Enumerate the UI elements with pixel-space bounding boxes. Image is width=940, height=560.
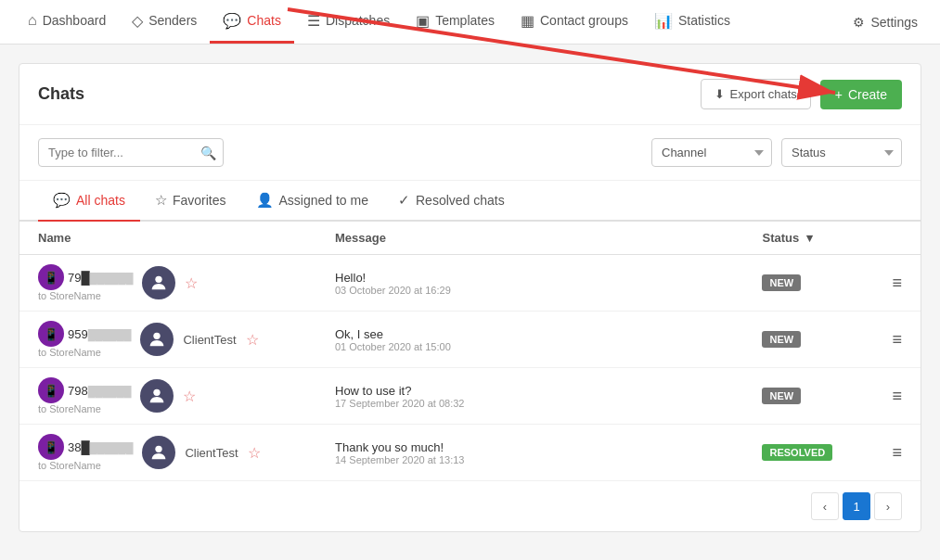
phone-number: 38███████ (68, 440, 133, 454)
nav-dispatches-label: Dispatches (326, 13, 390, 28)
top-navigation: ⌂ Dashboard ◇ Senders 💬 Chats ☰ Dispatch… (0, 0, 940, 45)
nav-templates[interactable]: ▣ Templates (403, 0, 508, 44)
row-menu-icon[interactable]: ≡ (892, 443, 902, 462)
name-cell: 📱 38███████ to StoreName ClientTest ☆ (19, 425, 316, 481)
message-date: 17 September 2020 at 08:32 (335, 398, 725, 409)
favorite-star-icon[interactable]: ☆ (183, 388, 196, 405)
nav-settings[interactable]: ⚙ Settings (845, 15, 925, 30)
message-date: 03 October 2020 at 16:29 (335, 285, 725, 296)
nav-dashboard[interactable]: ⌂ Dashboard (15, 0, 119, 44)
tab-resolved-chats[interactable]: ✓ Resolved chats (383, 181, 520, 222)
export-button[interactable]: ⬇ Export chats (701, 79, 811, 109)
plus-icon: + (835, 87, 843, 102)
avatar (142, 436, 175, 469)
col-header-status: Status ▾ (743, 222, 873, 255)
chats-table: Name Message Status ▾ 📱 (19, 222, 921, 480)
phone-icon: 📱 (38, 264, 64, 290)
tab-all-chats[interactable]: 💬 All chats (38, 181, 140, 222)
message-cell: Thank you so much! 14 September 2020 at … (316, 425, 743, 481)
table-row: 📱 38███████ to StoreName ClientTest ☆ Th… (19, 425, 921, 481)
row-menu-icon[interactable]: ≡ (892, 274, 902, 292)
client-name: ClientTest (185, 446, 238, 460)
status-badge: RESOLVED (762, 444, 832, 461)
tab-favorites-label: Favorites (173, 193, 226, 208)
sort-icon[interactable]: ▾ (806, 231, 813, 245)
svg-point-1 (156, 276, 162, 283)
tab-all-chats-label: All chats (76, 193, 125, 208)
status-badge: NEW (762, 388, 801, 404)
pagination-row: ‹ 1 › (19, 480, 921, 531)
nav-chats[interactable]: 💬 Chats (210, 0, 294, 44)
nav-statistics[interactable]: 📊 Statistics (641, 0, 743, 44)
table-row: 📱 959██████ to StoreName ClientTest ☆ Ok… (19, 312, 921, 368)
col-header-name: Name (19, 222, 316, 255)
action-cell: ≡ (873, 425, 921, 481)
phone-icon: 📱 (38, 321, 64, 347)
next-page-button[interactable]: › (874, 492, 902, 520)
phone-number: 798██████ (68, 384, 131, 398)
status-badge: NEW (762, 274, 801, 291)
create-label: Create (848, 87, 887, 102)
store-label: to StoreName (38, 290, 133, 301)
favorite-star-icon[interactable]: ☆ (185, 274, 198, 292)
templates-icon: ▣ (416, 12, 430, 30)
favorites-icon: ☆ (155, 192, 167, 209)
phone-number: 959██████ (68, 327, 131, 341)
favorite-star-icon[interactable]: ☆ (248, 444, 261, 462)
filter-row: 🔍 Channel Status (19, 125, 921, 181)
chats-panel: Chats ⬇ Export chats + Create 🔍 Chan (19, 63, 921, 532)
nav-statistics-label: Statistics (678, 13, 730, 28)
action-cell: ≡ (873, 255, 921, 312)
filter-dropdowns: Channel Status (651, 138, 902, 167)
nav-dispatches[interactable]: ☰ Dispatches (294, 0, 403, 44)
main-content: Chats ⬇ Export chats + Create 🔍 Chan (0, 45, 940, 551)
export-label: Export chats (730, 87, 797, 101)
nav-templates-label: Templates (435, 13, 495, 28)
store-label: to StoreName (38, 460, 133, 471)
channel-dropdown[interactable]: Channel (651, 138, 772, 167)
name-cell: 📱 959██████ to StoreName ClientTest ☆ (19, 312, 316, 368)
message-date: 01 October 2020 at 15:00 (335, 341, 725, 352)
chats-icon: 💬 (223, 12, 241, 30)
svg-point-4 (156, 446, 162, 452)
message-cell: How to use it? 17 September 2020 at 08:3… (316, 368, 743, 425)
status-dropdown[interactable]: Status (781, 138, 902, 167)
table-row: 📱 79███████ to StoreName ☆ Hello! 03 Oct… (19, 255, 921, 312)
row-menu-icon[interactable]: ≡ (892, 330, 902, 349)
phone-icon: 📱 (38, 377, 64, 403)
panel-actions: ⬇ Export chats + Create (701, 79, 902, 109)
action-cell: ≡ (873, 312, 921, 368)
search-icon: 🔍 (200, 146, 216, 160)
contact-groups-icon: ▦ (521, 12, 534, 30)
avatar (140, 323, 174, 356)
avatar (140, 379, 174, 413)
phone-icon: 📱 (38, 434, 64, 460)
tab-favorites[interactable]: ☆ Favorites (140, 181, 241, 222)
name-cell: 📱 798██████ to StoreName ☆ (19, 368, 316, 425)
client-name: ClientTest (183, 333, 236, 347)
settings-gear-icon: ⚙ (853, 15, 865, 30)
export-icon: ⬇ (715, 87, 725, 101)
message-date: 14 September 2020 at 13:13 (335, 454, 725, 465)
filter-input[interactable] (38, 138, 224, 167)
assigned-icon: 👤 (256, 192, 274, 209)
message-text: Thank you so much! (335, 440, 725, 454)
svg-point-2 (154, 333, 161, 339)
tab-assigned-to-me[interactable]: 👤 Assigned to me (241, 181, 384, 222)
nav-senders[interactable]: ◇ Senders (119, 0, 210, 44)
nav-contact-groups[interactable]: ▦ Contact groups (508, 0, 641, 44)
store-label: to StoreName (38, 347, 131, 358)
status-badge: NEW (762, 331, 801, 348)
prev-page-button[interactable]: ‹ (811, 492, 839, 520)
nav-settings-label: Settings (870, 15, 918, 30)
store-label: to StoreName (38, 403, 131, 414)
tab-resolved-label: Resolved chats (416, 193, 505, 208)
status-cell: RESOLVED (743, 425, 873, 481)
tab-assigned-label: Assigned to me (279, 193, 369, 208)
status-cell: NEW (743, 368, 873, 425)
current-page-button[interactable]: 1 (843, 492, 870, 520)
create-button[interactable]: + Create (820, 80, 902, 109)
tabs-row: 💬 All chats ☆ Favorites 👤 Assigned to me… (19, 181, 921, 222)
row-menu-icon[interactable]: ≡ (892, 387, 902, 405)
favorite-star-icon[interactable]: ☆ (246, 331, 259, 349)
